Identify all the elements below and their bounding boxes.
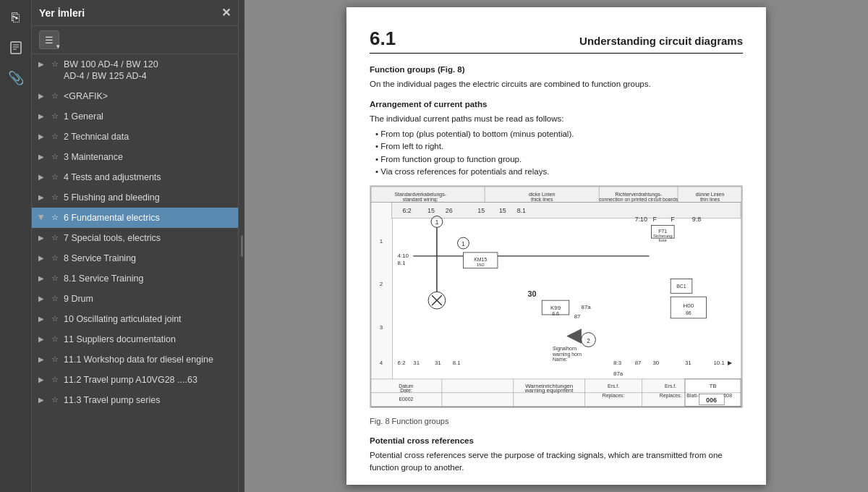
bookmark-item-service-training-81[interactable]: ▶ ☆ 8.1 Service Training: [32, 268, 238, 289]
svg-text:8.1: 8.1: [453, 360, 461, 366]
svg-text:warning equipment: warning equipment: [524, 387, 574, 394]
expand-icon[interactable]: ▶: [36, 233, 46, 242]
documents-icon[interactable]: ⎘: [4, 6, 27, 29]
expand-icon[interactable]: ▶: [36, 91, 46, 101]
bookmark-item-suppliers[interactable]: ▶ ☆ 11 Suppliers documentation: [32, 329, 238, 349]
svg-text:Date:: Date:: [400, 388, 412, 393]
expand-icon[interactable]: ▶: [36, 192, 46, 202]
bookmark-item-tests[interactable]: ▶ ☆ 4 Tests and adjustments: [32, 167, 238, 187]
svg-text:15Ω: 15Ω: [477, 263, 485, 267]
svg-text:8.1: 8.1: [517, 207, 526, 214]
svg-text:15: 15: [499, 207, 506, 214]
svg-text:fuse: fuse: [659, 238, 668, 242]
bookmark-label: 10 Oscillating articulated joint: [64, 313, 234, 325]
list-item-1: From top (plus potential) to bottom (min…: [375, 128, 743, 140]
svg-text:8:3: 8:3: [613, 360, 622, 366]
bookmark-star-icon: ☆: [49, 334, 61, 344]
svg-text:H00: H00: [684, 302, 694, 309]
expand-icon[interactable]: ▶: [36, 152, 46, 161]
bookmark-item-technical[interactable]: ▶ ☆ 2 Technical data: [32, 127, 238, 147]
function-groups-text: On the individual pages the electric cir…: [370, 78, 743, 90]
expand-icon[interactable]: ▶: [36, 111, 46, 121]
bookmark-item-service-training-8[interactable]: ▶ ☆ 8 Service Training: [32, 248, 238, 268]
function-groups-heading: Function groups (Fig. 8): [370, 64, 743, 76]
bookmark-item-maintenance[interactable]: ▶ ☆ 3 Maintenance: [32, 147, 238, 167]
bookmark-item-workshop-diesel[interactable]: ▶ ☆ 11.1 Workshop data for diesel engine: [32, 349, 238, 370]
svg-text:30: 30: [527, 289, 536, 298]
bookmark-label: BW 100 AD-4 / BW 120AD-4 / BW 125 AD-4: [64, 58, 234, 82]
bookmark-label: 11.2 Travel pump A10VG28 ....63: [64, 373, 234, 386]
bookmark-item-fundamental[interactable]: ▶ ☆ 6 Fundamental electrics: [32, 208, 238, 228]
bookmark-item-travel-pump-series[interactable]: ▶ ☆ 11.3 Travel pump series: [32, 390, 238, 410]
list-item-2: From left to right.: [375, 140, 743, 153]
expand-icon[interactable]: ▶: [36, 172, 46, 182]
svg-text:15: 15: [477, 207, 485, 214]
bookmark-label: 11.3 Travel pump series: [64, 394, 234, 406]
expand-icon[interactable]: ▶: [36, 355, 46, 364]
sidebar-toolbar: ☰ ▾: [32, 26, 238, 54]
expand-icon[interactable]: ▶: [36, 59, 46, 69]
svg-text:8.6: 8.6: [552, 311, 559, 316]
bookmark-label: 11 Suppliers documentation: [64, 333, 234, 345]
bookmark-item-drum[interactable]: ▶ ☆ 9 Drum: [32, 289, 238, 309]
bookmark-star-icon: ☆: [49, 131, 61, 141]
svg-text:Replaces:: Replaces:: [603, 393, 625, 399]
svg-text:F: F: [652, 216, 657, 223]
expand-icon[interactable]: ▶: [36, 132, 46, 141]
bookmark-item-bw100[interactable]: ▶ ☆ BW 100 AD-4 / BW 120AD-4 / BW 125 AD…: [32, 54, 238, 86]
expand-icon[interactable]: ▶: [36, 314, 46, 323]
section-header: 6.1 Understanding circuit diagrams: [370, 27, 743, 54]
bookmark-label: 8 Service Training: [64, 252, 234, 264]
bookmark-item-oscillating[interactable]: ▶ ☆ 10 Oscillating articulated joint: [32, 309, 238, 329]
left-toolbar: ⎘ 📎: [0, 0, 32, 492]
pdf-page: AUTOPDF.NET 6.1 Understanding circuit di…: [346, 7, 766, 485]
arrangement-list: From top (plus potential) to bottom (min…: [370, 128, 743, 178]
bookmark-star-icon: ☆: [49, 232, 61, 242]
expand-options-button[interactable]: ☰ ▾: [39, 30, 59, 49]
bookmark-item-general[interactable]: ▶ ☆ 1 General: [32, 106, 238, 127]
svg-text:9:8: 9:8: [692, 216, 701, 223]
bookmark-label: 7 Special tools, electrics: [64, 232, 234, 244]
expand-icon[interactable]: ▶: [36, 253, 46, 263]
bookmark-item-travel-pump-a10vg[interactable]: ▶ ☆ 11.2 Travel pump A10VG28 ....63: [32, 370, 238, 390]
svg-text:30: 30: [652, 360, 659, 366]
bookmark-label: 5 Flushing and bleeding: [64, 191, 234, 203]
svg-text:2: 2: [380, 281, 383, 287]
bookmark-item-special-tools[interactable]: ▶ ☆ 7 Special tools, electrics: [32, 228, 238, 248]
circuit-diagram: Standardverkabelungs- standard wiring: d…: [370, 185, 743, 408]
expand-icon[interactable]: ▶: [36, 294, 46, 303]
potential-heading: Potential cross references: [370, 435, 743, 447]
svg-text:Ers.f.: Ers.f.: [608, 383, 619, 389]
list-item-4: Via cross references for potentials and …: [375, 166, 743, 178]
panel-title: Yer İmleri: [39, 7, 85, 19]
expand-icon[interactable]: ▶: [37, 212, 46, 222]
sidebar-header: Yer İmleri ✕: [32, 0, 238, 26]
bookmark-label: 4 Tests and adjustments: [64, 171, 234, 183]
expand-icon[interactable]: ▶: [36, 334, 46, 344]
bookmark-label: 6 Fundamental electrics: [64, 211, 234, 224]
expand-icon[interactable]: ▶: [36, 273, 46, 283]
bookmark-item-grafik[interactable]: ▶ ☆ <GRAFIK>: [32, 86, 238, 106]
attachment-icon[interactable]: 📎: [4, 67, 27, 90]
svg-text:87: 87: [574, 313, 581, 320]
panel-resize-handle[interactable]: [239, 0, 244, 492]
bookmark-item-flushing[interactable]: ▶ ☆ 5 Flushing and bleeding: [32, 187, 238, 208]
svg-text:BC1: BC1: [676, 284, 686, 289]
svg-text:1: 1: [461, 240, 465, 247]
svg-text:Name:: Name:: [553, 357, 567, 362]
bookmark-star-icon: ☆: [49, 313, 61, 323]
bookmark-label: 9 Drum: [64, 292, 234, 305]
svg-text:standard wiring:: standard wiring:: [403, 197, 438, 203]
svg-text:connection on printed circuit : connection on printed circuit boards: [599, 197, 678, 203]
bookmark-star-icon: ☆: [49, 171, 61, 182]
close-panel-button[interactable]: ✕: [221, 6, 231, 20]
expand-icon[interactable]: ▶: [36, 395, 46, 404]
bookmark-star-icon: ☆: [49, 253, 61, 263]
svg-text:F71: F71: [658, 229, 667, 234]
svg-text:1: 1: [435, 219, 438, 226]
fig-caption: Fig. 8 Function groups: [370, 415, 743, 428]
bookmark-panel-icon[interactable]: [4, 36, 27, 59]
expand-icon[interactable]: ▶: [36, 375, 46, 384]
svg-text:4:10: 4:10: [398, 253, 409, 259]
bookmark-star-icon: ☆: [49, 111, 61, 121]
